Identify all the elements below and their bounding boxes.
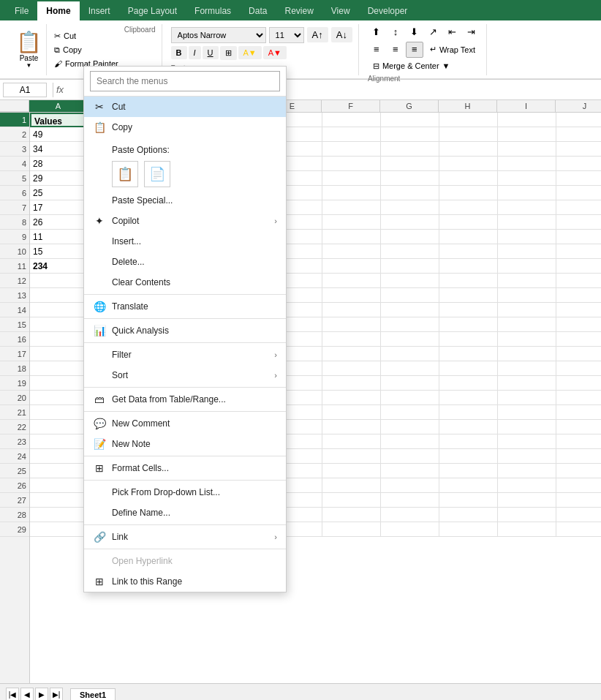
menu-label-sort: Sort	[112, 370, 268, 380]
menu-divider	[84, 411, 286, 412]
paste-options-label: Paste Options:	[112, 145, 277, 155]
menu-arrow-sort: ›	[274, 371, 277, 380]
paste-option-2[interactable]: 📄	[144, 161, 170, 187]
menu-item-translate[interactable]: 🌐Translate	[84, 296, 286, 317]
menu-divider	[84, 318, 286, 319]
menu-label-pick-dropdown: Pick From Drop-down List...	[112, 487, 277, 497]
menu-item-quick-analysis[interactable]: 📊Quick Analysis	[84, 320, 286, 341]
menu-icon-format-cells: ⊞	[93, 462, 106, 475]
menu-label-clear-contents: Clear Contents	[112, 277, 277, 287]
menu-label-get-data: Get Data from Table/Range...	[112, 394, 277, 404]
context-menu: ✂Cut📋CopyPaste Options:📋📄Paste Special..…	[83, 66, 287, 592]
menu-search-input[interactable]	[90, 71, 280, 91]
menu-icon-copilot: ✦	[93, 214, 106, 227]
menu-divider	[84, 342, 286, 343]
paste-options-icon	[93, 143, 106, 157]
menu-label-copy: Copy	[112, 122, 277, 132]
menu-divider	[84, 524, 286, 525]
menu-item-copilot[interactable]: ✦Copilot›	[84, 211, 286, 231]
menu-icon-new-note: 📝	[93, 437, 106, 451]
menu-label-new-note: New Note	[112, 439, 277, 449]
menu-label-quick-analysis: Quick Analysis	[112, 325, 277, 336]
menu-label-paste-special: Paste Special...	[112, 195, 277, 206]
menu-item-delete[interactable]: Delete...	[84, 252, 286, 272]
menu-item-pick-dropdown[interactable]: Pick From Drop-down List...	[84, 482, 286, 503]
menu-label-filter: Filter	[112, 350, 268, 360]
paste-option-1[interactable]: 📋	[112, 161, 138, 187]
menu-icon-quick-analysis: 📊	[93, 324, 106, 337]
menu-label-insert: Insert...	[112, 236, 277, 246]
menu-item-clear-contents[interactable]: Clear Contents	[84, 272, 286, 293]
menu-icon-link: 🔗	[93, 530, 106, 543]
menu-item-cut[interactable]: ✂Cut	[84, 97, 286, 117]
menu-label-format-cells: Format Cells...	[112, 463, 277, 473]
menu-item-define-name[interactable]: Define Name...	[84, 503, 286, 523]
menu-label-define-name: Define Name...	[112, 508, 277, 518]
menu-label-open-hyperlink: Open Hyperlink	[112, 556, 277, 566]
menu-arrow-filter: ›	[274, 350, 277, 359]
menu-divider	[84, 294, 286, 295]
menu-label-copilot: Copilot	[112, 216, 268, 226]
menu-item-paste-special[interactable]: Paste Special...	[84, 190, 286, 211]
menu-icon-cut: ✂	[93, 100, 106, 113]
menu-label-new-comment: New Comment	[112, 418, 277, 429]
menu-divider	[84, 456, 286, 456]
menu-icon-copy: 📋	[93, 121, 106, 134]
menu-item-open-hyperlink: Open Hyperlink	[84, 551, 286, 571]
menu-item-insert[interactable]: Insert...	[84, 231, 286, 252]
menu-search-wrap	[84, 67, 286, 97]
menu-icon-get-data: 🗃	[93, 393, 106, 406]
menu-label-link: Link	[112, 532, 268, 542]
context-menu-overlay: ✂Cut📋CopyPaste Options:📋📄Paste Special..…	[0, 0, 601, 700]
menu-icon-link-to-range: ⊞	[93, 575, 106, 588]
menu-item-get-data[interactable]: 🗃Get Data from Table/Range...	[84, 389, 286, 410]
menu-arrow-copilot: ›	[274, 217, 277, 225]
menu-label-delete: Delete...	[112, 257, 277, 267]
menu-label-link-to-range: Link to this Range	[112, 576, 277, 587]
menu-icon-translate: 🌐	[93, 300, 106, 313]
menu-divider	[84, 480, 286, 481]
menu-icon-new-comment: 💬	[93, 417, 106, 430]
menu-item-format-cells[interactable]: ⊞Format Cells...	[84, 458, 286, 478]
menu-item-sort[interactable]: Sort›	[84, 365, 286, 385]
menu-item-link-to-range[interactable]: ⊞Link to this Range	[84, 571, 286, 592]
menu-divider	[84, 549, 286, 549]
paste-options-row: 📋📄	[84, 158, 286, 190]
menu-item-paste-options-label: Paste Options:	[84, 138, 286, 158]
menu-item-filter[interactable]: Filter›	[84, 345, 286, 365]
menu-label-translate: Translate	[112, 301, 277, 312]
menu-item-copy[interactable]: 📋Copy	[84, 117, 286, 138]
menu-arrow-link: ›	[274, 532, 277, 541]
menu-item-new-comment[interactable]: 💬New Comment	[84, 413, 286, 434]
menu-divider	[84, 387, 286, 388]
menu-item-new-note[interactable]: 📝New Note	[84, 434, 286, 454]
menu-item-link[interactable]: 🔗Link›	[84, 527, 286, 547]
menu-label-cut: Cut	[112, 102, 277, 112]
